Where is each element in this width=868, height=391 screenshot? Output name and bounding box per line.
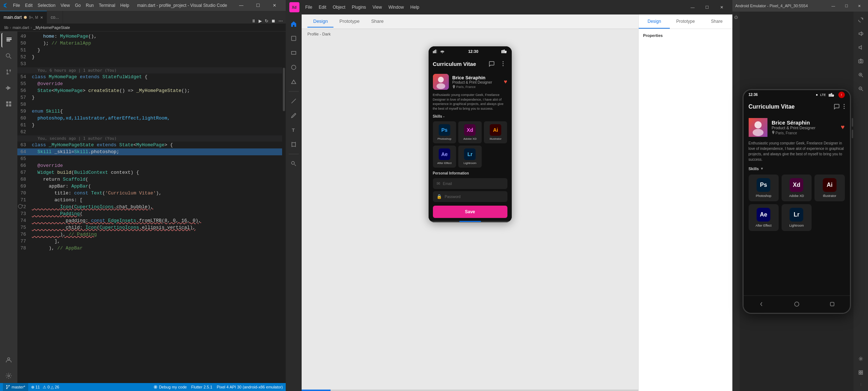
git-branch[interactable]: master*: [3, 383, 28, 391]
chevron-down-icon[interactable]: ▾: [761, 167, 763, 171]
chat-bubble-icon[interactable]: [487, 59, 496, 68]
menu-terminal[interactable]: Terminal: [97, 2, 117, 9]
debug-mode[interactable]: Debug my code: [154, 385, 187, 389]
android-more-icon[interactable]: [843, 104, 845, 110]
xd-menu-file[interactable]: File: [302, 4, 315, 10]
emulator-maximize-button[interactable]: ☐: [841, 2, 852, 10]
emulator-minimize-button[interactable]: —: [827, 2, 839, 10]
menu-run[interactable]: Run: [84, 2, 96, 9]
warning-count[interactable]: ⚠ 0 △ 26: [43, 385, 59, 390]
android-chat-icon[interactable]: [833, 103, 840, 111]
xd-close-button[interactable]: ✕: [714, 2, 729, 13]
xd-minimize-button[interactable]: —: [685, 2, 700, 13]
xd-rectangle-tool[interactable]: [287, 46, 300, 59]
xd-menu-view[interactable]: View: [370, 4, 385, 10]
titlebar-menus[interactable]: File Edit Selection View Go Run Terminal…: [11, 2, 131, 9]
flutter-version[interactable]: Flutter 2.5.1: [191, 385, 212, 389]
zoom-out-icon[interactable]: [855, 83, 866, 94]
tab-share[interactable]: Share: [365, 16, 390, 28]
menu-selection[interactable]: Selection: [35, 2, 58, 9]
tab-share-props[interactable]: Share: [701, 14, 732, 29]
stop-icon[interactable]: ⏹: [271, 18, 276, 24]
tab-prototype[interactable]: Prototype: [333, 16, 365, 28]
xd-artboard-tool[interactable]: [287, 138, 300, 151]
reload-icon[interactable]: ↻: [265, 18, 268, 24]
code-editor[interactable]: 49 home: MyHomePage(), 50 ); // Material…: [17, 31, 282, 383]
android-back-button[interactable]: [753, 295, 770, 313]
xd-menus[interactable]: File Edit Object Plugins View Window Hel…: [302, 4, 422, 10]
more-options-icon[interactable]: [499, 59, 507, 68]
heart-icon[interactable]: ♥: [504, 79, 507, 85]
emulator-window-controls[interactable]: — ☐ ✕: [827, 2, 865, 10]
split-icon[interactable]: ⏸: [251, 18, 256, 24]
expand-icon[interactable]: [855, 367, 866, 378]
android-home-button[interactable]: [788, 295, 805, 313]
account-icon[interactable]: [1, 353, 16, 367]
xd-menu-help[interactable]: Help: [408, 4, 422, 10]
volume-down-icon[interactable]: [855, 42, 866, 53]
save-button[interactable]: Save: [433, 206, 507, 218]
scrollbar-thumb[interactable]: [283, 68, 285, 111]
canvas-scroll-bar[interactable]: [302, 390, 638, 391]
xd-text-tool[interactable]: T: [287, 123, 300, 136]
breadcrumb-file[interactable]: main.dart: [13, 25, 29, 30]
settings-icon[interactable]: [1, 369, 16, 383]
device-name[interactable]: Pixel 4 API 30 (android-x86 emulator): [217, 385, 283, 389]
menu-view[interactable]: View: [58, 2, 72, 9]
explorer-icon[interactable]: [1, 33, 16, 47]
menu-file[interactable]: File: [11, 2, 22, 9]
xd-zoom-tool[interactable]: [287, 157, 300, 170]
xd-menu-object[interactable]: Object: [330, 4, 348, 10]
xd-triangle-tool[interactable]: [287, 75, 300, 88]
power-icon[interactable]: ⏻: [733, 14, 739, 20]
tab-prototype-props[interactable]: Prototype: [670, 14, 701, 29]
phone-appbar: Curriculum Vitae: [429, 56, 512, 71]
emulator-close-button[interactable]: ✕: [854, 2, 865, 10]
extensions-icon[interactable]: [1, 97, 16, 111]
xd-ellipse-tool[interactable]: [287, 61, 300, 74]
xd-maximize-button[interactable]: ☐: [700, 2, 714, 13]
breadcrumb-class[interactable]: _MyHomePageState: [33, 25, 70, 30]
xd-line-tool[interactable]: [287, 94, 300, 108]
source-control-icon[interactable]: [1, 65, 16, 79]
xd-pen-tool[interactable]: [287, 109, 300, 122]
android-heart-icon[interactable]: ♥: [841, 123, 845, 131]
debug-icon[interactable]: ▶: [259, 18, 262, 24]
xd-menu-edit[interactable]: Edit: [316, 4, 329, 10]
xd-window-controls[interactable]: — ☐ ✕: [685, 2, 729, 13]
search-icon[interactable]: [1, 49, 16, 63]
xd-select-tool[interactable]: [287, 32, 300, 45]
volume-up-icon[interactable]: [855, 28, 866, 39]
canvas-scroll-thumb[interactable]: [302, 390, 331, 391]
tab-main-dart[interactable]: main.dart 9+, M ✕: [0, 11, 47, 24]
xd-menu-plugins[interactable]: Plugins: [349, 4, 369, 10]
zoom-in-icon[interactable]: [855, 70, 866, 80]
volume-up-button[interactable]: [852, 118, 853, 127]
tab-design-props[interactable]: Design: [639, 14, 670, 29]
minimize-button[interactable]: —: [233, 0, 250, 11]
menu-edit[interactable]: Edit: [23, 2, 35, 9]
xd-home-tool[interactable]: [287, 17, 300, 30]
volume-down-button[interactable]: [852, 130, 853, 138]
close-button[interactable]: ✕: [266, 0, 283, 11]
tab-co[interactable]: co...: [47, 11, 63, 24]
run-debug-icon[interactable]: [1, 81, 16, 95]
svg-rect-52: [830, 93, 831, 96]
editor-scrollbar[interactable]: [282, 31, 286, 383]
maximize-button[interactable]: ☐: [250, 0, 266, 11]
menu-go[interactable]: Go: [73, 2, 83, 9]
more-icon[interactable]: ⋯: [278, 18, 283, 24]
android-recents-button[interactable]: [824, 295, 841, 313]
tab-design[interactable]: Design: [307, 16, 333, 28]
password-field[interactable]: 🔒 Password: [433, 191, 507, 202]
tab-close-icon[interactable]: ✕: [40, 16, 43, 20]
xd-menu-window[interactable]: Window: [386, 4, 407, 10]
rotate-icon[interactable]: [855, 14, 866, 25]
menu-help[interactable]: Help: [118, 2, 132, 9]
window-controls[interactable]: — ☐ ✕: [233, 0, 283, 11]
email-field[interactable]: ✉ Email: [433, 178, 507, 189]
camera-icon[interactable]: [855, 56, 866, 67]
error-count[interactable]: ⊗ 11: [31, 385, 40, 390]
settings-icon[interactable]: [855, 353, 866, 364]
breadcrumb-lib[interactable]: lib: [4, 25, 8, 30]
